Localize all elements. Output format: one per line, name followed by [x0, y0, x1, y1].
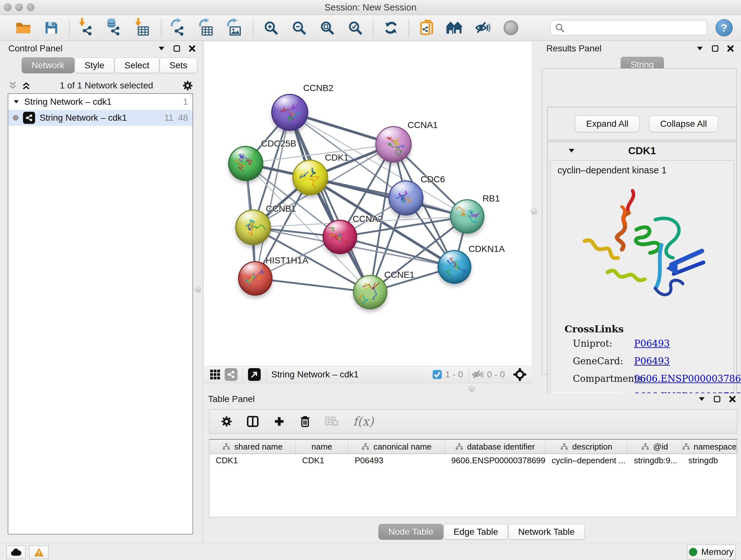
network-tree-root-row[interactable]: String Network – cdk1 1	[8, 94, 192, 110]
table-cell-shared-name[interactable]: CDK1	[209, 455, 296, 465]
help-button[interactable]: ?	[716, 19, 733, 37]
node-structure-thumbnail	[381, 134, 406, 157]
zoom-in-button[interactable]	[262, 18, 280, 37]
collapse-all-icon[interactable]	[8, 81, 17, 90]
panel-float-icon[interactable]	[711, 44, 719, 53]
network-node-rb1[interactable]	[450, 199, 484, 234]
panel-float-icon[interactable]	[173, 44, 181, 53]
crosslinks-title: CrossLinks	[564, 323, 623, 334]
network-node-cdc25b[interactable]	[228, 146, 263, 181]
show-columns-icon[interactable]	[246, 415, 259, 428]
column-header-database-identifier[interactable]: database identifier	[445, 440, 545, 454]
column-header-name[interactable]: name	[296, 440, 348, 454]
zoom-selected-button[interactable]	[346, 18, 364, 37]
tab-select[interactable]: Select	[115, 57, 159, 73]
column-header-@id[interactable]: @id	[627, 440, 682, 454]
update-network-button[interactable]	[382, 18, 400, 37]
column-header-namespace[interactable]: namespace	[682, 440, 737, 454]
string-results-container: Expand All Collapse All CDK1 cyclin–depe…	[542, 68, 737, 374]
table-options-gear-icon[interactable]	[221, 416, 232, 427]
network-status-dot	[13, 115, 18, 121]
crosslink-link-genecard[interactable]: P06493	[634, 356, 670, 367]
open-session-button[interactable]	[14, 18, 32, 37]
network-node-ccna2[interactable]	[323, 220, 357, 254]
network-view-canvas[interactable]: CCNB2CCNA1CDC25BCDK1CDC6RB1CCNB1CCNA2CDK…	[204, 42, 532, 366]
node-description: cyclin–dependent kinase 1	[557, 165, 667, 176]
table-cell-name[interactable]: CDK1	[296, 455, 348, 465]
hidden-eye-icon[interactable]	[472, 369, 484, 380]
export-network-button[interactable]	[170, 18, 188, 37]
tree-expand-icon[interactable]	[13, 98, 20, 105]
panel-close-icon[interactable]	[728, 395, 737, 403]
panel-float-icon[interactable]	[713, 395, 721, 403]
tab-network-table[interactable]: Network Table	[509, 524, 585, 540]
node-label-ccnb2: CCNB2	[303, 83, 333, 93]
import-table-button[interactable]	[134, 18, 152, 37]
collapse-all-button[interactable]: Collapse All	[649, 116, 718, 132]
network-edge-CCNB2-HIST1H1A[interactable]	[255, 112, 290, 278]
network-node-cdc6[interactable]	[388, 180, 423, 215]
expand-all-icon[interactable]	[22, 81, 30, 90]
crosslink-link-uniprot[interactable]: P06493	[634, 338, 670, 349]
network-node-cdk1[interactable]	[292, 160, 328, 195]
show-hide-panels-button[interactable]	[446, 18, 464, 37]
network-node-ccna1[interactable]	[375, 126, 412, 163]
save-session-button[interactable]	[42, 18, 61, 37]
hide-selected-button[interactable]	[474, 18, 492, 37]
horizontal-splitter-handle[interactable]	[468, 385, 475, 392]
panel-menu-icon[interactable]	[696, 44, 704, 53]
table-cell-@id[interactable]: stringdb:9...	[627, 455, 682, 465]
grid-view-icon[interactable]	[209, 368, 221, 381]
table-cell-description[interactable]: cyclin–dependent ...	[545, 455, 628, 465]
table-cell-canonical-name[interactable]: P06493	[348, 455, 445, 465]
zoom-out-button[interactable]	[290, 18, 308, 37]
crosslink-link-compartments[interactable]: 9606.ENSP00000378699	[634, 373, 741, 384]
network-node-ccne1[interactable]	[353, 275, 387, 309]
memory-button[interactable]: Memory	[687, 545, 736, 559]
cloud-status-button[interactable]	[6, 546, 25, 559]
table-cell-namespace[interactable]: stringdb	[682, 455, 737, 465]
table-panel: Table Panel f(x) shared namenamecanonica…	[204, 393, 741, 543]
network-node-ccnb2[interactable]	[271, 94, 308, 131]
warnings-button[interactable]	[29, 546, 49, 559]
column-header-canonical-name[interactable]: canonical name	[348, 440, 445, 454]
column-header-shared-name[interactable]: shared name	[209, 440, 296, 454]
panel-close-icon[interactable]	[726, 44, 735, 53]
search-input[interactable]	[550, 20, 707, 36]
export-image-button[interactable]	[226, 18, 245, 37]
right-splitter-handle[interactable]	[531, 208, 537, 214]
duplicate-network-button[interactable]	[417, 18, 436, 37]
panel-menu-icon[interactable]	[157, 44, 165, 53]
network-node-ccnb1[interactable]	[235, 209, 271, 245]
network-node-hist1h1a[interactable]	[238, 261, 273, 296]
tab-edge-table[interactable]: Edge Table	[444, 524, 508, 540]
delete-column-icon[interactable]	[299, 415, 311, 428]
crosshair-icon[interactable]	[513, 368, 527, 381]
preview-sphere-icon[interactable]	[502, 18, 520, 37]
network-badge-icon[interactable]	[225, 368, 238, 381]
table-cell-database-identifier[interactable]: 9606.ENSP00000378699	[445, 455, 545, 465]
birdseye-view-icon[interactable]	[248, 368, 261, 381]
network-tree: String Network – cdk1 1 String Network –…	[8, 93, 193, 535]
tab-network[interactable]: Network	[22, 57, 74, 73]
left-splitter-handle[interactable]	[195, 286, 201, 293]
tab-style[interactable]: Style	[75, 57, 114, 73]
expand-all-button[interactable]: Expand All	[575, 116, 639, 132]
column-header-description[interactable]: description	[545, 440, 628, 454]
export-table-button[interactable]	[198, 18, 216, 37]
network-node-cdkn1a[interactable]	[437, 250, 471, 284]
selected-checkbox-icon[interactable]	[432, 370, 442, 379]
network-options-gear-icon[interactable]	[182, 80, 193, 91]
network-tree-item-row[interactable]: String Network – cdk1 11 48	[8, 110, 192, 126]
table-row[interactable]: CDK1CDK1P064939606.ENSP00000378699cyclin…	[209, 454, 737, 467]
import-network-button[interactable]	[78, 18, 96, 37]
panel-menu-icon[interactable]	[697, 395, 706, 403]
add-column-icon[interactable]	[273, 415, 285, 428]
tab-sets[interactable]: Sets	[159, 57, 197, 73]
zoom-fit-button[interactable]	[318, 18, 336, 37]
panel-close-icon[interactable]	[188, 44, 196, 53]
import-database-button[interactable]	[106, 18, 125, 37]
tab-node-table[interactable]: Node Table	[379, 524, 443, 540]
crosslink-row: GeneCard:P06493	[550, 356, 734, 373]
node-details-body: cyclin–dependent kinase 1	[550, 160, 734, 398]
